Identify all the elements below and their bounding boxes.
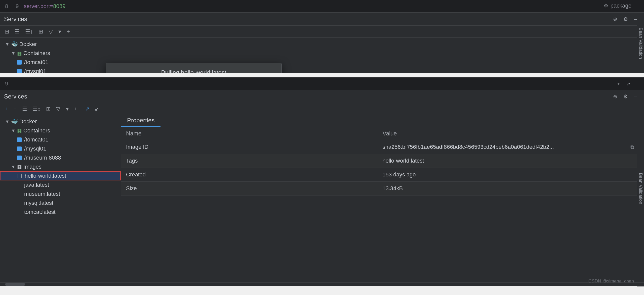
arrow-docker-top: ▼ xyxy=(5,42,10,47)
services-actions-top: ⊕ ⚙ — xyxy=(612,15,640,23)
tree-label-tomcat01-top: /tomcat01 xyxy=(24,59,49,66)
tree-label-museum-bottom: /museum-8088 xyxy=(24,155,61,161)
docker-icon-top: 🐳 xyxy=(11,41,18,47)
minus-btn[interactable]: − xyxy=(12,105,18,113)
scrollbar-thumb[interactable] xyxy=(5,283,25,286)
props-key-tags: Tags xyxy=(126,158,383,164)
tree-item-docker-bottom[interactable]: ▼ 🐳 Docker xyxy=(0,117,121,126)
scrollbar-bottom[interactable] xyxy=(0,282,644,286)
tree-item-java-latest[interactable]: java:latest xyxy=(0,180,121,189)
tree-modal-area-top: ▼ 🐳 Docker ▼ ▦ Containers /tomcat01 /mys… xyxy=(0,38,644,73)
arrow-up-btn[interactable]: ↗ xyxy=(84,105,91,113)
props-row-size: Size 13.34kB xyxy=(121,182,644,195)
expand-all-btn-top[interactable]: ☰ xyxy=(13,27,21,36)
side-panel-bottom: Bean Validation xyxy=(637,90,644,286)
tree-item-mysql-latest[interactable]: mysql:latest xyxy=(0,199,121,208)
side-panel-top: Bean Validation xyxy=(637,13,644,73)
tree-label-docker-bottom: Docker xyxy=(19,118,37,125)
modal-dialog: Pulling hello-world:latest Cancel Backgr… xyxy=(106,63,282,73)
tree-label-images-bottom: Images xyxy=(23,164,42,170)
tree-panel-bottom: ▼ 🐳 Docker ▼ ▦ Containers /tomcat01 /mys… xyxy=(0,115,121,286)
services-header-bottom: Services ⊕ ⚙ — xyxy=(0,90,644,103)
gear-icon-bottom[interactable]: ⚙ xyxy=(622,92,629,101)
tree-label-mysql01-top: /mysql01 xyxy=(24,68,46,73)
col-header-value: Value xyxy=(383,130,639,137)
copy-icon-image-id[interactable]: ⧉ xyxy=(630,144,634,150)
tree-item-tomcat-latest[interactable]: tomcat:latest xyxy=(0,208,121,217)
image-checkbox-mysql xyxy=(17,201,21,205)
props-key-created: Created xyxy=(126,171,383,178)
props-val-image-id: sha256:bf756fb1ae65adf866bd8c456593cd24b… xyxy=(383,144,639,150)
main-content-bottom: ▼ 🐳 Docker ▼ ▦ Containers /tomcat01 /mys… xyxy=(0,115,644,286)
props-tab-bar: Properties xyxy=(121,115,644,127)
collapse-all-btn-bottom[interactable]: ☰ xyxy=(21,105,29,113)
container-icon-mysql01-bottom xyxy=(17,146,22,151)
globe-icon-top[interactable]: ⊕ xyxy=(612,15,618,23)
tree-item-mysql01-top[interactable]: /mysql01 xyxy=(0,67,121,73)
tree-item-hello-world[interactable]: hello-world:latest xyxy=(0,171,121,180)
filter-btn-top[interactable]: ▽ xyxy=(47,27,54,36)
image-checkbox-java xyxy=(17,183,21,187)
toolbar-top: ⊟ ☰ ☰↕ ⊞ ▽ ▾ + xyxy=(0,26,644,38)
pull-dialog: Pulling hello-world:latest Cancel Backgr… xyxy=(106,63,282,73)
container-icon-mysql01-top xyxy=(17,69,22,73)
properties-tab[interactable]: Properties xyxy=(121,114,160,127)
add-btn-bottom[interactable]: + xyxy=(73,105,79,113)
tree-item-museum-bottom[interactable]: /museum-8088 xyxy=(0,153,121,162)
code-area-bottom: 9 + ↗ xyxy=(0,77,644,90)
services-title-bottom: Services xyxy=(4,93,27,100)
collapse-all-btn-top[interactable]: ⊟ xyxy=(3,27,11,36)
tree-item-tomcat01-top[interactable]: /tomcat01 xyxy=(0,58,121,67)
globe-icon-bottom[interactable]: ⊕ xyxy=(612,92,618,101)
line-number-bottom: 9 xyxy=(5,80,8,87)
expand-icon-bottom-code[interactable]: + xyxy=(616,80,621,88)
tree-item-images-bottom[interactable]: ▼ ▦ Images xyxy=(0,162,121,171)
line-numbers-top: 8 9 xyxy=(5,3,19,10)
filter2-btn-bottom[interactable]: ▾ xyxy=(64,105,70,113)
tree-item-tomcat01-bottom[interactable]: /tomcat01 xyxy=(0,135,121,144)
group-btn-top[interactable]: ⊞ xyxy=(37,27,45,36)
props-row-image-id: Image ID sha256:bf756fb1ae65adf866bd8c45… xyxy=(121,140,644,154)
tree-item-containers-top[interactable]: ▼ ▦ Containers xyxy=(0,49,121,58)
arrow-btns: ↗ ↙ xyxy=(84,105,101,113)
expand-all-btn-bottom[interactable]: ☰↕ xyxy=(31,105,42,113)
code-actions-bottom: + ↗ xyxy=(616,80,631,88)
tree-panel-top: ▼ 🐳 Docker ▼ ▦ Containers /tomcat01 /mys… xyxy=(0,38,121,73)
toolbar-bottom: + − ☰ ☰↕ ⊞ ▽ ▾ + ↗ ↙ xyxy=(0,103,644,115)
bottom-panel: 9 + ↗ Services ⊕ ⚙ — + − ☰ ☰↕ ⊞ ▽ ▾ + ↗ … xyxy=(0,77,644,286)
arrow-containers-top: ▼ xyxy=(11,51,16,56)
tree-label-museum-latest: museum:latest xyxy=(24,191,60,197)
filter-btn-bottom[interactable]: ▽ xyxy=(55,105,62,113)
code-area-top: 8 9 server.port=8089 ⚙ package xyxy=(0,0,644,13)
props-val-size: 13.34kB xyxy=(383,185,639,192)
gear-icon-package: ⚙ xyxy=(603,3,609,9)
container-icon-tomcat01-top xyxy=(17,60,22,65)
tree-item-docker-top[interactable]: ▼ 🐳 Docker xyxy=(0,40,121,49)
code-line-8: server.port=8089 xyxy=(24,3,66,10)
code-lines-top: server.port=8089 xyxy=(24,3,66,10)
add-btn-top[interactable]: + xyxy=(65,27,71,36)
tree-label-mysql01-bottom: /mysql01 xyxy=(24,145,46,152)
tree-item-museum-latest[interactable]: museum:latest xyxy=(0,189,121,199)
services-header-top: Services ⊕ ⚙ — xyxy=(0,13,644,26)
properties-panel: Properties Name Value Image ID sha256:bf… xyxy=(121,115,644,286)
vertical-label-top: Bean Validation xyxy=(638,28,643,59)
props-key-size: Size xyxy=(126,185,383,192)
arrow-icon-bottom-code[interactable]: ↗ xyxy=(625,80,631,88)
image-checkbox-hello-world xyxy=(18,174,22,178)
image-checkbox-tomcat xyxy=(17,210,21,214)
gear-icon-top[interactable]: ⚙ xyxy=(622,15,629,23)
add-service-btn[interactable]: + xyxy=(3,105,9,113)
tree-item-mysql01-bottom[interactable]: /mysql01 xyxy=(0,144,121,153)
tree-label-tomcat01-bottom: /tomcat01 xyxy=(24,136,49,143)
filter2-btn-top[interactable]: ▾ xyxy=(57,27,63,36)
tree-label-tomcat-latest: tomcat:latest xyxy=(24,209,56,215)
tree-item-containers-bottom[interactable]: ▼ ▦ Containers xyxy=(0,126,121,135)
package-label: ⚙ package xyxy=(603,3,631,9)
props-key-image-id: Image ID xyxy=(126,144,383,150)
props-val-created: 153 days ago xyxy=(383,171,639,178)
arrow-down-btn[interactable]: ↙ xyxy=(93,105,101,113)
grid-icon-containers-bottom: ▦ xyxy=(17,128,22,134)
group-btn-bottom[interactable]: ⊞ xyxy=(45,105,52,113)
sort-btn-top[interactable]: ☰↕ xyxy=(24,27,34,36)
